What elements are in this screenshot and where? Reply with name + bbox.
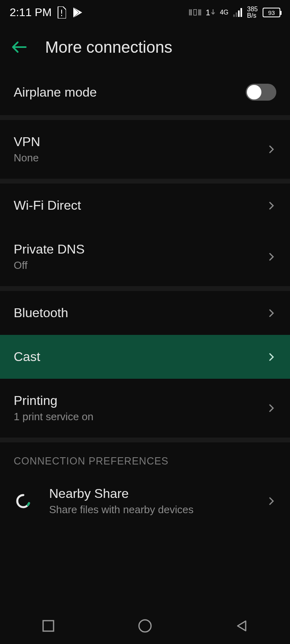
chevron-right-icon (267, 201, 276, 211)
row-cast[interactable]: Cast (0, 335, 290, 379)
row-airplane-mode[interactable]: Airplane mode (0, 69, 290, 115)
status-left: 2:11 PM (10, 6, 84, 19)
chevron-right-icon (267, 403, 276, 413)
row-printing[interactable]: Printing 1 print service on (0, 379, 290, 438)
network-type: 4G (220, 9, 228, 16)
page-title: More connections (45, 38, 172, 56)
back-triangle-icon (234, 619, 249, 633)
airplane-mode-label: Airplane mode (14, 85, 238, 100)
app-bar: More connections (0, 25, 290, 69)
network-speed: 385 B/s (247, 6, 258, 19)
wifi-direct-label: Wi-Fi Direct (14, 198, 259, 213)
divider (0, 438, 290, 442)
nearby-share-sub: Share files with nearby devices (49, 504, 259, 516)
settings-list: Airplane mode VPN None Wi-Fi Direct Priv… (0, 69, 290, 530)
nav-recent-button[interactable] (39, 617, 57, 635)
row-wifi-direct[interactable]: Wi-Fi Direct (0, 184, 290, 227)
battery-icon: 93 (263, 8, 280, 17)
sim-number: 1 (206, 8, 210, 17)
printing-status: 1 print service on (14, 411, 259, 423)
chevron-right-icon (267, 308, 276, 318)
section-connection-preferences: CONNECTION PREFERENCES (0, 442, 290, 472)
navigation-bar (0, 608, 290, 644)
svg-point-3 (139, 620, 151, 632)
svg-rect-0 (61, 10, 62, 14)
chevron-right-icon (267, 352, 276, 362)
download-arrow-icon (211, 8, 215, 17)
cast-label: Cast (14, 349, 259, 364)
vibrate-icon: ⫴▯⫴ (188, 7, 201, 18)
row-nearby-share[interactable]: Nearby Share Share files with nearby dev… (0, 472, 290, 530)
row-private-dns[interactable]: Private DNS Off (0, 227, 290, 286)
status-right: ⫴▯⫴ 1 4G 385 B/s 93 (188, 6, 280, 19)
sim1-indicator: 1 (206, 8, 215, 17)
chevron-right-icon (267, 144, 276, 154)
nav-back-button[interactable] (233, 617, 251, 635)
private-dns-label: Private DNS (14, 242, 259, 257)
private-dns-status: Off (14, 259, 259, 272)
nav-home-button[interactable] (136, 617, 154, 635)
bluetooth-label: Bluetooth (14, 305, 259, 320)
nearby-share-label: Nearby Share (49, 486, 259, 501)
home-icon (137, 618, 153, 634)
status-bar: 2:11 PM ⫴▯⫴ 1 4G 385 B/s 93 (0, 0, 290, 25)
status-time: 2:11 PM (10, 6, 52, 19)
chevron-right-icon (267, 252, 276, 262)
toggle-knob (247, 85, 261, 99)
divider (0, 115, 290, 120)
vpn-label: VPN (14, 134, 259, 149)
svg-rect-1 (61, 15, 62, 16)
airplane-mode-toggle[interactable] (246, 84, 276, 101)
svg-rect-2 (43, 621, 54, 631)
divider (0, 286, 290, 291)
printing-label: Printing (14, 393, 259, 408)
chevron-right-icon (267, 496, 276, 506)
signal-bars-icon (233, 8, 242, 17)
play-store-icon (72, 6, 84, 19)
vpn-status: None (14, 152, 259, 164)
back-arrow-icon (10, 38, 28, 56)
row-bluetooth[interactable]: Bluetooth (0, 291, 290, 335)
row-vpn[interactable]: VPN None (0, 120, 290, 179)
recent-apps-icon (41, 619, 55, 633)
google-icon (14, 491, 33, 511)
divider (0, 179, 290, 184)
back-button[interactable] (10, 37, 29, 57)
sim-alert-icon (57, 6, 66, 19)
battery-level: 93 (268, 9, 275, 16)
